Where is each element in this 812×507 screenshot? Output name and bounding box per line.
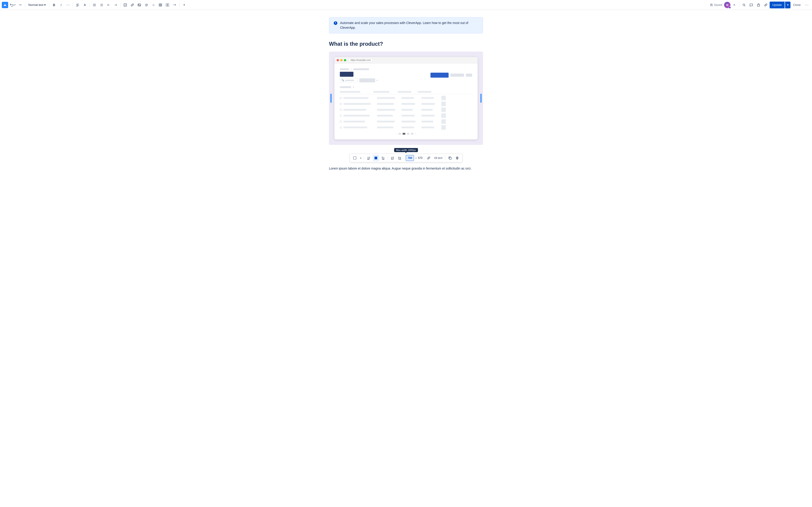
insert-group: @ ☺ +▾: [122, 2, 178, 8]
link-button[interactable]: [129, 2, 136, 8]
bullet-list-button[interactable]: [91, 2, 98, 8]
row-checkbox[interactable]: [340, 103, 342, 105]
row-checkbox[interactable]: [340, 109, 342, 111]
redo-button[interactable]: ↪: [17, 2, 23, 8]
page-dot-4[interactable]: [411, 133, 413, 135]
text-color-button[interactable]: A: [81, 2, 88, 8]
browser-minimize-dot[interactable]: [340, 59, 343, 61]
comment-button[interactable]: [748, 2, 755, 8]
page-dot-3[interactable]: [407, 133, 409, 135]
svg-rect-37: [383, 157, 385, 158]
wrap-chevron-button[interactable]: ▾: [359, 155, 362, 161]
row-checkbox[interactable]: [340, 121, 342, 122]
app-search-box[interactable]: 🔍: [340, 78, 358, 82]
page-dot-1[interactable]: [399, 133, 401, 135]
align-button[interactable]: [74, 2, 81, 8]
wrap-left-button[interactable]: [389, 155, 396, 161]
height-value: 570: [418, 156, 422, 160]
svg-rect-3: [77, 6, 78, 7]
align-center-button[interactable]: [373, 155, 379, 161]
svg-rect-47: [398, 158, 399, 158]
user-avatar[interactable]: M: [724, 2, 730, 8]
copy-button[interactable]: [447, 155, 453, 161]
table-button[interactable]: [157, 2, 164, 8]
svg-rect-33: [367, 159, 369, 160]
svg-rect-39: [382, 159, 384, 160]
image-container[interactable]: https://example.com / 🔍: [329, 52, 483, 145]
info-text: Automate and scale your sales processes …: [340, 20, 479, 30]
browser-content: / 🔍 ▾: [335, 63, 477, 139]
prev-page-button[interactable]: ‹: [397, 132, 397, 135]
numbered-list-button[interactable]: 1.2.3.: [98, 2, 105, 8]
browser-close-dot[interactable]: [337, 59, 339, 61]
svg-rect-0: [77, 4, 79, 4]
page-dot-2[interactable]: [403, 133, 405, 135]
link-copy-button[interactable]: [762, 2, 769, 8]
app-nav-breadcrumb: /: [340, 68, 378, 70]
outdent-button[interactable]: ⇤: [105, 2, 112, 8]
resize-handle-right[interactable]: [480, 94, 482, 103]
svg-rect-15: [101, 6, 103, 6]
svg-rect-1: [77, 5, 78, 5]
table-header: [340, 91, 472, 94]
layout-button[interactable]: [164, 2, 171, 8]
size-x-separator: x: [415, 157, 417, 159]
delete-button[interactable]: [454, 155, 460, 161]
svg-rect-29: [367, 157, 369, 158]
secondary-action-btn: [450, 73, 464, 77]
col-label-2: [373, 91, 389, 93]
italic-button[interactable]: I: [58, 2, 64, 8]
row-checkbox[interactable]: [340, 115, 342, 117]
svg-rect-34: [374, 157, 377, 159]
task-button[interactable]: [122, 2, 129, 8]
search-placeholder: [345, 80, 354, 81]
svg-point-8: [93, 5, 94, 6]
app-logo[interactable]: [2, 2, 8, 8]
close-button[interactable]: Close: [791, 2, 803, 8]
row-checkbox[interactable]: [340, 126, 342, 128]
table-row: [340, 113, 472, 118]
svg-rect-46: [398, 157, 399, 157]
nav-item-2: [353, 68, 369, 70]
ai-button[interactable]: ✦: [181, 2, 188, 8]
svg-rect-40: [391, 157, 392, 159]
browser-maximize-dot[interactable]: [344, 59, 346, 61]
alt-text-button[interactable]: Alt text: [433, 155, 444, 161]
wrap-right-button[interactable]: [397, 155, 403, 161]
restrict-button[interactable]: [755, 2, 762, 8]
info-icon: [333, 21, 338, 25]
svg-rect-50: [449, 157, 451, 159]
svg-point-6: [93, 5, 94, 5]
undo-button[interactable]: ↩: [9, 2, 16, 8]
table-mockup: ▾: [340, 86, 472, 130]
content-area: Automate and scale your sales processes …: [320, 10, 492, 189]
indent-button[interactable]: ⇥: [112, 2, 119, 8]
wrap-mode-button[interactable]: [352, 155, 358, 161]
image-toolbar: Max width 1800px ▾ x 570: [350, 154, 462, 162]
resize-handle-left[interactable]: [330, 94, 332, 103]
add-collaborator-button[interactable]: +: [731, 2, 738, 8]
image-link-button[interactable]: [425, 155, 432, 161]
update-chevron-button[interactable]: ▾: [785, 2, 791, 8]
update-button[interactable]: Update: [770, 2, 784, 8]
text-style-dropdown[interactable]: Normal text ▾: [27, 2, 48, 8]
primary-action-btn: [430, 73, 449, 78]
align-right-button[interactable]: [380, 155, 386, 161]
svg-rect-48: [398, 158, 399, 159]
mention-button[interactable]: @: [143, 2, 150, 8]
insert-more-button[interactable]: +▾: [171, 2, 178, 8]
width-input[interactable]: [406, 155, 414, 161]
svg-rect-27: [757, 5, 760, 6]
bold-button[interactable]: B: [51, 2, 57, 8]
search-button[interactable]: [741, 2, 748, 8]
tertiary-action-btn: [466, 73, 472, 77]
more-options-button[interactable]: ···: [803, 2, 810, 8]
more-format-button[interactable]: ···: [64, 2, 71, 8]
emoji-button[interactable]: ☺: [150, 2, 157, 8]
align-left-button[interactable]: [365, 155, 372, 161]
col-header-5: [438, 91, 445, 93]
row-checkbox[interactable]: [340, 97, 342, 99]
next-page-button[interactable]: ›: [415, 132, 415, 135]
image-button[interactable]: [136, 2, 143, 8]
table-row: [340, 96, 472, 100]
